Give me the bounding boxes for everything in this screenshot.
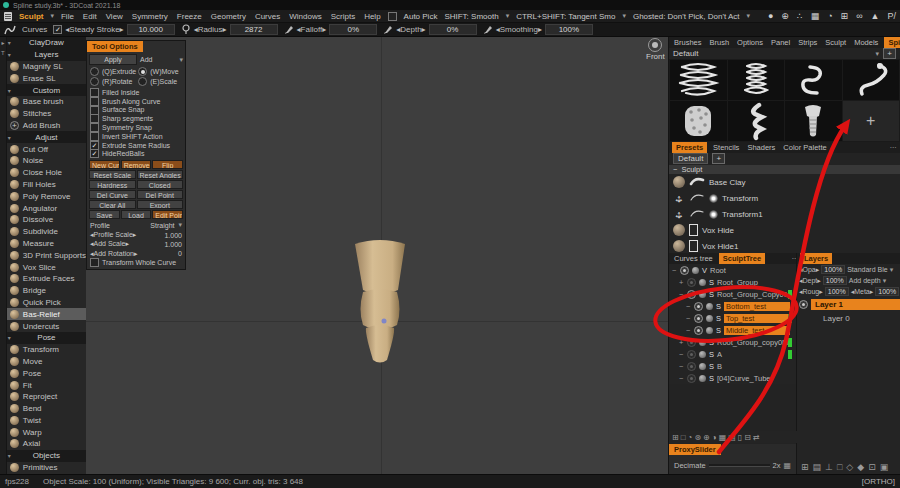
tool-pose[interactable]: Pose: [7, 367, 86, 379]
layers-tab[interactable]: Layers: [800, 253, 832, 264]
expand-icon[interactable]: +: [679, 278, 684, 287]
depth-value[interactable]: 100%: [823, 276, 847, 285]
spine-thumb-coil-snake[interactable]: [843, 60, 900, 100]
visibility-eye-icon[interactable]: [687, 350, 696, 359]
tool-magnify-sl[interactable]: Magnify SL: [7, 61, 86, 73]
spine-thumb-cylinder-bumpy[interactable]: [670, 101, 727, 141]
tab-presets[interactable]: Presets: [672, 142, 707, 153]
tree-row-top-test[interactable]: −STop_test: [669, 312, 796, 324]
preset-transform[interactable]: Transform: [669, 190, 900, 206]
tab-models[interactable]: Models: [852, 38, 880, 47]
tool-vox-slice[interactable]: Vox Slice: [7, 261, 86, 273]
tool-section-adjust[interactable]: ▾Adjust: [7, 131, 86, 143]
tab-color-palette[interactable]: Color Palette: [781, 143, 828, 152]
flip-button[interactable]: Flip: [152, 160, 183, 169]
tool-bas-relief[interactable]: Bas-Relief: [7, 308, 86, 320]
field-label[interactable]: ◂Falloff▸: [297, 25, 327, 34]
tool-poly-remove[interactable]: Poly Remove: [7, 190, 86, 202]
tool-subdivide[interactable]: Subdivide: [7, 226, 86, 238]
apply-button[interactable]: Apply: [89, 54, 137, 65]
checkbox-icon[interactable]: [90, 123, 99, 132]
radio-e-scale[interactable]: (E)Scale: [138, 77, 182, 86]
tool-angulator[interactable]: Angulator: [7, 202, 86, 214]
chevron-down-icon[interactable]: ▾: [875, 50, 879, 58]
node-label[interactable]: A: [717, 350, 722, 359]
edit-point-button[interactable]: Edit Point: [152, 210, 183, 219]
load-button[interactable]: Load: [121, 210, 152, 219]
checkbox-icon[interactable]: [90, 149, 99, 158]
tool-stitches[interactable]: Stitches: [7, 108, 86, 120]
collapse-icon[interactable]: −: [679, 350, 684, 359]
tool-section-objects[interactable]: ▾Objects: [7, 450, 86, 462]
decimate-grid-icon[interactable]: ▦: [783, 461, 791, 470]
visibility-eye-icon[interactable]: [694, 326, 703, 335]
history-icon[interactable]: ◔: [688, 433, 693, 442]
chevron-down-icon[interactable]: ▾: [506, 12, 510, 20]
box-icon[interactable]: ▣: [880, 462, 889, 472]
radio-q-extrude[interactable]: (Q)Extrude: [90, 67, 136, 76]
tab-brush[interactable]: Brush: [708, 38, 732, 47]
radio-icon[interactable]: [90, 67, 99, 76]
tab-options[interactable]: Options: [735, 38, 765, 47]
field-label[interactable]: ◂Smoothing▸: [496, 25, 542, 34]
folder-icon[interactable]: □: [681, 433, 686, 442]
panel-icon[interactable]: ▤: [813, 462, 822, 472]
menu-geometry[interactable]: Geometry: [211, 12, 246, 21]
preset-vox-hide[interactable]: Vox Hide: [669, 222, 900, 238]
visibility-eye-icon[interactable]: [687, 338, 696, 347]
rough-value[interactable]: 100%: [825, 287, 849, 296]
sculpt-object[interactable]: [348, 236, 412, 364]
tab-brushes[interactable]: Brushes: [672, 38, 704, 47]
presets-section-header[interactable]: − Sculpt: [669, 165, 900, 174]
tool-warp[interactable]: Warp: [7, 426, 86, 438]
tab-strips[interactable]: Strips: [796, 38, 819, 47]
mode-selector[interactable]: Sculpt: [19, 12, 43, 21]
menu-file[interactable]: File: [61, 12, 74, 21]
record-icon[interactable]: ●: [768, 11, 773, 21]
remove-node-icon[interactable]: ⊟: [744, 433, 751, 442]
pointer-tool-icon[interactable]: ▸: [1, 39, 4, 46]
checkbox-icon[interactable]: [90, 141, 99, 150]
tool-3d-print-supports[interactable]: 3D Print Supports: [7, 249, 86, 261]
visibility-eye-icon[interactable]: [799, 300, 808, 309]
collapse-icon[interactable]: −: [673, 165, 677, 174]
metal-label[interactable]: ◂Meta▸: [851, 288, 874, 296]
tool-fit[interactable]: Fit: [7, 379, 86, 391]
node-label[interactable]: B: [717, 362, 722, 371]
tool-measure[interactable]: Measure: [7, 238, 86, 250]
tool-axial[interactable]: Axial: [7, 438, 86, 450]
instances-icon[interactable]: ⊞: [841, 11, 849, 21]
add-view-icon[interactable]: ⊞: [801, 462, 809, 472]
numeric-value[interactable]: 0: [178, 250, 182, 257]
save-button[interactable]: Save: [89, 210, 120, 219]
projection-label[interactable]: [ORTHO]: [862, 477, 895, 486]
collapse-icon[interactable]: −: [686, 314, 691, 323]
tab-sculpttree[interactable]: SculptTree: [719, 253, 765, 264]
grid-icon[interactable]: ▦: [719, 433, 727, 442]
blend-mode-select[interactable]: Standard Ble: [847, 266, 887, 273]
reset-scale-button[interactable]: Reset Scale: [89, 170, 136, 179]
del-point-button[interactable]: Del Point: [137, 190, 184, 199]
checkbox-icon[interactable]: [90, 106, 99, 115]
add-group-button[interactable]: +: [883, 48, 896, 59]
tool-bridge[interactable]: Bridge: [7, 285, 86, 297]
tool-transform[interactable]: Transform: [7, 344, 86, 356]
view-gizmo-icon[interactable]: [648, 38, 662, 52]
tool-add-brush[interactable]: +Add Brush: [7, 120, 86, 132]
hardness-button[interactable]: Hardness: [89, 180, 136, 189]
numeric-label[interactable]: ◂Add Rotation▸: [90, 250, 138, 258]
option-sharp-segments[interactable]: Sharp segments: [90, 114, 182, 123]
ghosted-mode-select[interactable]: Ghosted: Don't Pick, Don't Act: [633, 12, 740, 21]
layer-label[interactable]: Layer 1: [811, 299, 900, 310]
spine-thumb-coil-curl[interactable]: [785, 60, 842, 100]
pen-p-icon[interactable]: P/: [887, 11, 896, 21]
preset-base-clay[interactable]: Base Clay: [669, 174, 900, 190]
curve-stroke-icon[interactable]: [4, 25, 16, 35]
tool-bend[interactable]: Bend: [7, 403, 86, 415]
tool-base-brush[interactable]: Base brush: [7, 96, 86, 108]
node-label[interactable]: [04]Curve_Tube: [717, 374, 771, 383]
tool-noise[interactable]: Noise: [7, 155, 86, 167]
menu-view[interactable]: View: [106, 12, 123, 21]
spine-thumb-coil-wide[interactable]: [670, 60, 727, 100]
menu-scripts[interactable]: Scripts: [331, 12, 355, 21]
